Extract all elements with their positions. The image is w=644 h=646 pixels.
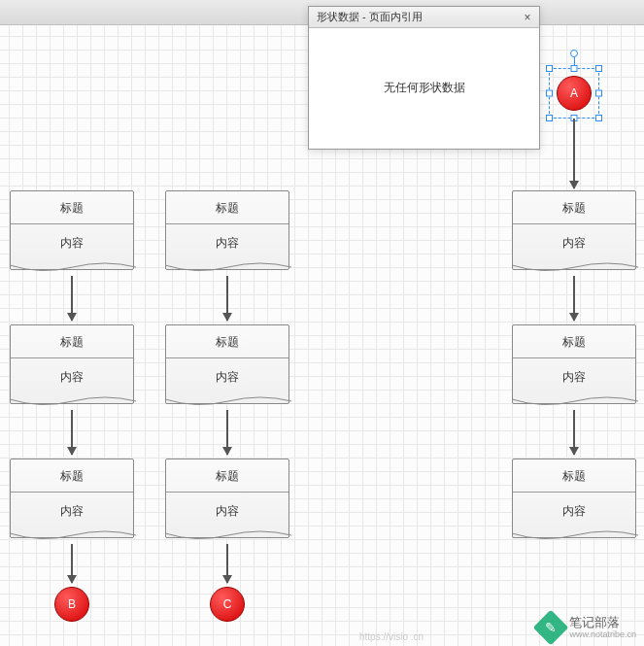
doc-wave-icon (165, 529, 291, 545)
resize-handle[interactable] (546, 115, 553, 121)
shape-title: 标题 (166, 191, 288, 224)
empty-message: 无任何形状数据 (384, 80, 465, 96)
resize-handle[interactable] (546, 65, 553, 72)
shape-content: 内容 (513, 358, 635, 395)
shape-content: 内容 (11, 358, 133, 395)
doc-shape[interactable]: 标题 内容 (10, 324, 134, 404)
connector-arrow[interactable] (226, 276, 228, 321)
faint-watermark: https://visio .cn (359, 631, 424, 642)
doc-shape[interactable]: 标题 内容 (10, 190, 134, 270)
shape-content: 内容 (166, 224, 288, 261)
doc-wave-icon (165, 261, 291, 277)
resize-handle[interactable] (595, 115, 602, 121)
doc-shape[interactable]: 标题 内容 (512, 459, 636, 538)
connector-arrow[interactable] (71, 544, 73, 583)
connector-arrow[interactable] (71, 276, 73, 321)
doc-wave-icon (10, 529, 136, 545)
resize-handle[interactable] (595, 90, 602, 97)
doc-shape[interactable]: 标题 内容 (165, 190, 289, 270)
shape-title: 标题 (166, 459, 288, 493)
close-button[interactable]: × (520, 10, 535, 25)
watermark-url: www.notatribe.cn (569, 629, 636, 639)
close-icon: × (524, 11, 530, 24)
shape-title: 标题 (11, 191, 133, 224)
shape-content: 内容 (166, 493, 288, 529)
rotation-handle[interactable] (570, 50, 578, 57)
doc-wave-icon (165, 395, 291, 411)
doc-shape[interactable]: 标题 内容 (10, 459, 134, 538)
resize-handle[interactable] (571, 65, 578, 72)
doc-wave-icon (10, 261, 136, 277)
connector-arrow[interactable] (573, 276, 575, 321)
connector-arrow[interactable] (573, 119, 575, 188)
reference-circle-b[interactable]: B (54, 587, 89, 622)
shape-title: 标题 (513, 191, 635, 224)
reference-circle-c[interactable]: C (210, 587, 245, 622)
connector-arrow[interactable] (226, 410, 228, 455)
doc-shape[interactable]: 标题 内容 (165, 324, 289, 404)
reference-circle-a[interactable]: A (557, 76, 592, 111)
watermark-title: 笔记部落 (569, 616, 636, 629)
shape-title: 标题 (513, 459, 635, 493)
doc-wave-icon (512, 395, 638, 411)
shape-content: 内容 (166, 358, 288, 395)
connector-arrow[interactable] (226, 544, 228, 583)
doc-shape[interactable]: 标题 内容 (165, 459, 289, 538)
shape-content: 内容 (513, 224, 635, 261)
shape-title: 标题 (166, 325, 288, 358)
resize-handle[interactable] (595, 65, 602, 72)
doc-shape[interactable]: 标题 内容 (512, 190, 636, 270)
pencil-icon: ✎ (533, 610, 569, 646)
panel-header[interactable]: 形状数据 - 页面内引用 × (309, 7, 539, 28)
resize-handle[interactable] (546, 90, 553, 97)
shape-title: 标题 (11, 325, 133, 358)
shape-content: 内容 (11, 224, 133, 261)
shape-title: 标题 (11, 459, 133, 493)
shape-content: 内容 (11, 493, 133, 529)
doc-wave-icon (512, 261, 638, 277)
shape-title: 标题 (513, 325, 635, 358)
panel-title: 形状数据 - 页面内引用 (317, 10, 423, 24)
doc-shape[interactable]: 标题 内容 (512, 324, 636, 404)
shape-content: 内容 (513, 493, 635, 529)
site-watermark: ✎ 笔记部落 www.notatribe.cn (538, 615, 636, 640)
shape-data-panel[interactable]: 形状数据 - 页面内引用 × 无任何形状数据 (308, 6, 540, 150)
doc-wave-icon (10, 395, 136, 411)
connector-arrow[interactable] (573, 410, 575, 455)
connector-arrow[interactable] (71, 410, 73, 455)
panel-body: 无任何形状数据 (309, 28, 539, 147)
doc-wave-icon (512, 529, 638, 545)
